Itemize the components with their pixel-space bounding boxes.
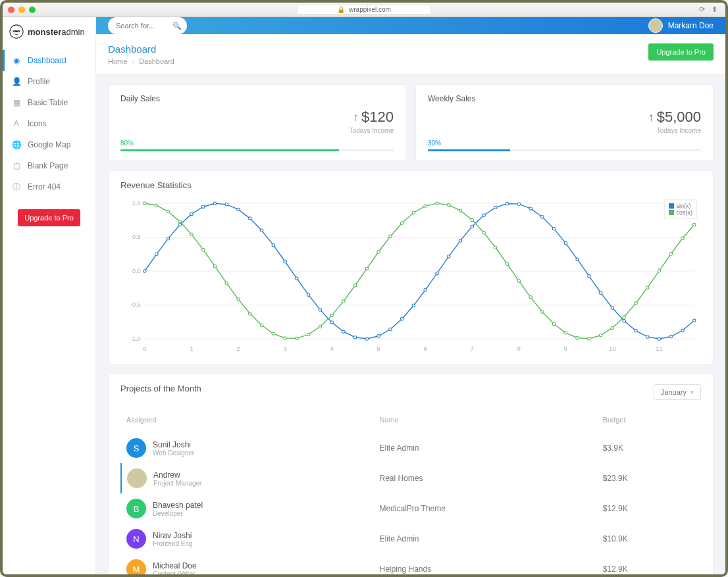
- svg-point-90: [330, 314, 334, 316]
- maximize-window-icon[interactable]: [29, 7, 36, 13]
- table-row[interactable]: Andrew Project Manager Real Homes $23.9K: [121, 463, 701, 493]
- svg-point-108: [541, 311, 544, 313]
- page-header: Dashboard Home › Dashboard Upgrade to Pr…: [96, 34, 725, 75]
- svg-point-37: [272, 243, 275, 246]
- assignee-role: Project Manager: [153, 480, 201, 487]
- svg-point-45: [365, 338, 369, 340]
- project-name: MedicalPro Theme: [374, 493, 597, 524]
- browser-right-icons: ⟳ ⬆: [699, 5, 717, 14]
- sidebar-item-error-404[interactable]: ⓘError 404: [3, 176, 95, 197]
- sidebar: monsteradmin ◉Dashboard 👤Profile ▦Basic …: [3, 17, 96, 574]
- search-icon[interactable]: 🔍: [172, 22, 182, 30]
- svg-point-27: [155, 253, 158, 255]
- project-budget: $12.9K: [598, 493, 701, 524]
- sidebar-item-label: Blank Page: [28, 161, 68, 170]
- address-bar[interactable]: 🔒 wrappixel.com: [297, 5, 431, 14]
- month-selected-label: January: [661, 388, 687, 396]
- table-row[interactable]: N Nirav Joshi Frontend Eng Elite Admin $…: [121, 524, 701, 554]
- sidebar-item-dashboard[interactable]: ◉Dashboard: [3, 50, 95, 71]
- search-box[interactable]: 🔍: [108, 17, 187, 34]
- daily-value: $120: [361, 109, 394, 126]
- close-window-icon[interactable]: [8, 7, 14, 13]
- project-budget: $23.9K: [598, 463, 701, 493]
- project-name: Elite Admin: [374, 524, 597, 554]
- svg-point-84: [260, 324, 263, 326]
- svg-point-80: [213, 264, 217, 267]
- svg-point-94: [377, 251, 380, 253]
- sidebar-item-label: Icons: [28, 119, 47, 128]
- svg-point-111: [576, 336, 579, 339]
- brand-logo[interactable]: monsteradmin: [3, 17, 95, 46]
- svg-text:-0.5: -0.5: [130, 302, 141, 309]
- svg-point-66: [611, 307, 614, 309]
- svg-point-59: [529, 207, 533, 210]
- sidebar-item-profile[interactable]: 👤Profile: [3, 71, 95, 92]
- table-row[interactable]: B Bhavesh patel Developer MedicalPro The…: [121, 493, 701, 524]
- legend-label: cos(x): [677, 209, 693, 216]
- weekly-value: $5,000: [657, 109, 701, 126]
- month-select[interactable]: January ▾: [654, 384, 701, 400]
- table-row[interactable]: M Micheal Doe Content Writer Helping Han…: [121, 554, 701, 574]
- svg-point-118: [658, 269, 661, 272]
- minimize-window-icon[interactable]: [18, 7, 25, 13]
- svg-rect-1: [13, 30, 20, 32]
- svg-point-43: [342, 330, 346, 333]
- svg-text:-1.0: -1.0: [130, 336, 141, 342]
- svg-point-61: [552, 227, 556, 230]
- svg-point-30: [190, 213, 194, 215]
- upgrade-button-header[interactable]: Upgrade to Pro: [648, 43, 714, 61]
- svg-point-65: [599, 291, 602, 294]
- globe-icon: 🌐: [12, 140, 21, 149]
- sidebar-item-label: Basic Table: [28, 98, 68, 107]
- svg-point-114: [611, 326, 614, 329]
- daily-pct: 80%: [120, 139, 394, 147]
- upgrade-button-sidebar[interactable]: Upgrade to Pro: [18, 209, 80, 226]
- svg-point-32: [213, 202, 217, 205]
- alert-icon: ⓘ: [12, 182, 21, 191]
- svg-point-47: [389, 328, 392, 330]
- svg-point-85: [272, 332, 275, 335]
- svg-point-36: [260, 229, 263, 232]
- svg-point-97: [412, 211, 415, 214]
- sidebar-item-label: Profile: [28, 77, 50, 86]
- assignee-role: Developer: [153, 510, 203, 517]
- svg-point-31: [201, 205, 205, 208]
- svg-point-55: [482, 214, 486, 216]
- svg-text:4: 4: [330, 345, 334, 352]
- refresh-icon[interactable]: ⟳: [699, 5, 705, 14]
- svg-text:5: 5: [377, 345, 380, 352]
- svg-text:1.0: 1.0: [132, 200, 141, 207]
- svg-point-39: [296, 277, 299, 280]
- sidebar-item-icons[interactable]: AIcons: [3, 113, 95, 134]
- crumb-home[interactable]: Home: [108, 57, 127, 65]
- svg-point-33: [225, 203, 228, 205]
- svg-point-72: [681, 329, 685, 332]
- svg-point-29: [178, 224, 182, 226]
- svg-text:7: 7: [471, 345, 474, 352]
- assignee-role: Frontend Eng: [153, 540, 193, 547]
- svg-point-98: [424, 205, 427, 207]
- svg-point-88: [307, 333, 310, 336]
- assignee-role: Web Designer: [153, 449, 194, 457]
- search-input[interactable]: [116, 22, 169, 30]
- col-assigned: Assigned: [121, 412, 374, 433]
- user-menu[interactable]: Markarn Doe: [648, 18, 714, 33]
- sidebar-item-label: Dashboard: [28, 56, 66, 65]
- svg-point-112: [588, 337, 591, 339]
- assignee-name: Bhavesh patel: [153, 501, 203, 510]
- svg-point-2: [14, 31, 15, 32]
- svg-point-67: [623, 320, 626, 322]
- project-budget: $3.9K: [598, 433, 701, 463]
- svg-point-44: [353, 336, 357, 339]
- svg-text:10: 10: [609, 345, 615, 352]
- sidebar-item-basic-table[interactable]: ▦Basic Table: [3, 92, 95, 113]
- svg-point-93: [365, 267, 369, 270]
- svg-point-105: [506, 263, 509, 265]
- share-icon[interactable]: ⬆: [712, 5, 717, 14]
- sidebar-item-google-map[interactable]: 🌐Google Map: [3, 134, 95, 155]
- svg-point-46: [377, 335, 380, 338]
- sidebar-item-blank-page[interactable]: ▢Blank Page: [3, 155, 95, 176]
- table-row[interactable]: S Sunil Joshi Web Designer Elite Admin $…: [121, 433, 701, 463]
- svg-point-87: [296, 337, 299, 339]
- lock-icon: 🔒: [337, 6, 345, 13]
